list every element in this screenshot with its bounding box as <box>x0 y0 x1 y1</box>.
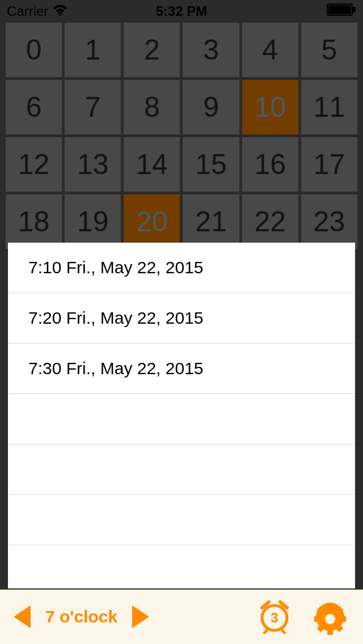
list-item[interactable]: 7:10 Fri., May 22, 2015 <box>8 243 355 293</box>
gear-icon-overlay <box>314 603 346 635</box>
hour-cell-11[interactable]: 11 <box>301 80 357 134</box>
hour-cell-5[interactable]: 5 <box>301 23 357 77</box>
settings-button[interactable] <box>314 601 346 633</box>
hour-cell-14[interactable]: 14 <box>124 137 180 192</box>
hour-cell-16[interactable]: 16 <box>242 137 298 192</box>
hour-cell-9[interactable]: 9 <box>183 80 239 134</box>
list-item[interactable]: 7:20 Fri., May 22, 2015 <box>8 293 355 344</box>
status-left: Carrier <box>7 3 67 19</box>
hour-cell-4[interactable]: 4 <box>242 23 298 77</box>
hour-cell-13[interactable]: 13 <box>65 137 121 192</box>
svg-rect-1 <box>328 5 351 14</box>
hour-label: 7 o'clock <box>45 607 117 626</box>
status-time: 5:32 PM <box>156 3 208 19</box>
hour-cell-15[interactable]: 15 <box>183 137 239 192</box>
list-item-empty <box>8 394 355 444</box>
hour-cell-21[interactable]: 21 <box>183 194 239 249</box>
list-item[interactable]: 7:30 Fri., May 22, 2015 <box>8 344 355 394</box>
hour-cell-10[interactable]: 10 <box>242 80 298 134</box>
toolbar: 7 o'clock 3 <box>0 590 363 644</box>
hour-cell-0[interactable]: 0 <box>6 23 62 77</box>
alarm-button[interactable]: 3 <box>258 600 292 634</box>
prev-hour-button[interactable] <box>14 605 31 628</box>
list-item-empty <box>8 495 355 545</box>
hour-cell-2[interactable]: 2 <box>124 23 180 77</box>
hour-cell-3[interactable]: 3 <box>183 23 239 77</box>
status-bar: Carrier 5:32 PM <box>0 0 363 23</box>
wifi-icon <box>53 3 67 19</box>
battery-icon <box>327 3 356 19</box>
list-item-empty <box>8 444 355 495</box>
hour-cell-22[interactable]: 22 <box>242 194 298 249</box>
alarm-list-panel: 7:10 Fri., May 22, 20157:20 Fri., May 22… <box>8 243 355 588</box>
hour-cell-18[interactable]: 18 <box>6 194 62 249</box>
hour-cell-7[interactable]: 7 <box>65 80 121 134</box>
hour-grid: 01234567891011121314151617181920212223 <box>6 23 357 249</box>
hour-cell-23[interactable]: 23 <box>301 194 357 249</box>
toolbar-left: 7 o'clock <box>14 605 149 628</box>
svg-point-7 <box>325 614 335 624</box>
svg-rect-2 <box>353 7 356 12</box>
status-right <box>327 3 356 19</box>
carrier-label: Carrier <box>7 3 48 19</box>
hour-cell-1[interactable]: 1 <box>65 23 121 77</box>
hour-cell-6[interactable]: 6 <box>6 80 62 134</box>
hour-cell-19[interactable]: 19 <box>65 194 121 249</box>
hour-cell-8[interactable]: 8 <box>124 80 180 134</box>
hour-cell-17[interactable]: 17 <box>301 137 357 192</box>
toolbar-right: 3 <box>258 600 346 634</box>
alarm-count-badge: 3 <box>271 610 278 626</box>
hour-cell-20[interactable]: 20 <box>124 194 180 249</box>
next-hour-button[interactable] <box>132 605 149 628</box>
hour-cell-12[interactable]: 12 <box>6 137 62 192</box>
